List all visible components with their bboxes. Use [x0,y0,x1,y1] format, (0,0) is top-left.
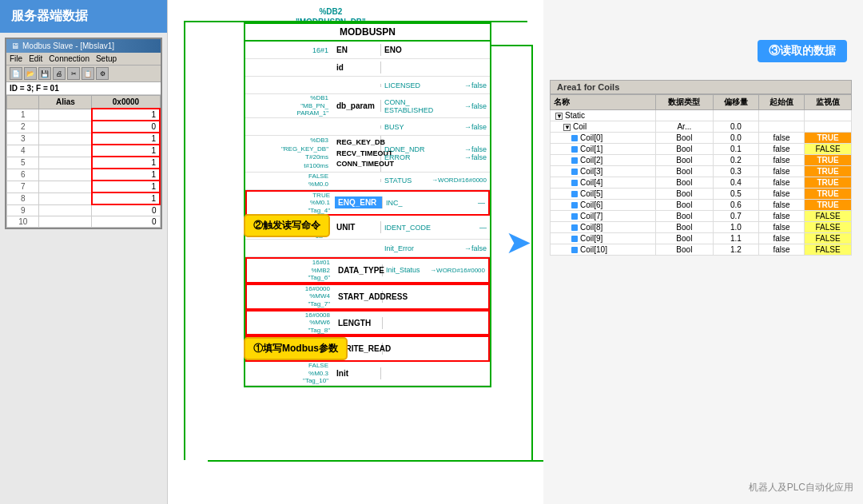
coil-row-init: false [758,200,804,211]
toolbar-settings-icon[interactable]: ⚙ [96,67,109,80]
coil-row-offset [713,110,758,121]
fn-row-datatype: 16#01%MB2"Tag_6" DATA_TYPE Init_Status →… [245,257,490,284]
fn-port-error: ERROR [384,153,411,161]
toolbar-print-icon[interactable]: 🖨 [53,67,66,80]
coil-name-text: Static [565,111,585,120]
row-dot-icon [571,169,578,175]
slave-row-num: 4 [7,145,39,157]
fn-port-id: id [333,62,381,73]
coil-table-row: Coil[4]Bool0.4falseTRUE [551,177,852,189]
slave-table-row: 20 [7,121,161,133]
fn-port-status: STATUS [384,177,412,185]
slave-row-alias [39,181,92,192]
coil-name-text: Coil[9] [580,234,603,243]
coil-name-text: Coil[8] [580,223,603,232]
coil-row-offset: 1.0 [713,222,758,233]
slave-table-row: 41 [7,145,161,157]
coil-row-type: Bool [655,200,713,211]
coil-row-monitor: FALSE [805,222,852,233]
row-dot-icon [571,180,578,186]
read-data-label: ③读取的数据 [758,40,847,62]
slave-table-row: 100 [7,216,161,228]
coil-row-monitor: FALSE [805,233,852,244]
coil-row-init: false [758,211,804,222]
coil-row-type: Ar... [655,121,713,133]
toolbar-save-icon[interactable]: 💾 [38,67,51,80]
db-label-line1: %DB2 [296,6,366,17]
fn-left-enq: TRUE%M0.1"Tag_4" [247,192,335,215]
row-dot-icon [571,191,578,197]
coil-table-row: ▼CoilAr...0.0 [551,121,852,133]
expand-icon[interactable]: ▼ [563,124,571,131]
slave-row-num: 2 [7,121,39,133]
coil-name-text: Coil[0] [580,133,603,142]
coil-row-name: ▼Static [551,110,656,121]
coil-name-text: Coil[5] [580,189,603,198]
coil-row-offset: 0.0 [713,133,758,144]
menu-setup[interactable]: Setup [96,54,117,63]
callout-trigger: ②触发读写命令 [244,214,330,237]
coil-row-monitor: TRUE [805,166,852,177]
slave-row-alias [39,192,92,204]
menu-file[interactable]: File [10,54,22,63]
slave-title-bar: 🖥 Modbus Slave - [Mbslav1] [6,39,161,53]
fn-row-busy: BUSY →false [245,118,490,136]
slave-row-alias [39,216,92,228]
slave-row-num: 7 [7,181,39,192]
coil-row-type: Bool [655,189,713,200]
fn-row-enq: TRUE%M0.1"Tag_4" ENQ_ENR INC_ — [245,190,490,216]
coil-row-init [758,110,804,121]
row-dot-icon [571,236,578,242]
coil-name-text: Coil[4] [580,178,603,187]
row-dot-icon [571,213,578,220]
coil-table-row: Coil[10]Bool1.2falseFALSE [551,244,852,256]
fn-left-datatype: 16#01%MB2"Tag_6" [247,259,335,282]
coil-row-offset: 0.2 [713,155,758,166]
coil-row-init: false [758,133,804,144]
toolbar-open-icon[interactable]: 📂 [24,67,37,80]
fn-row-status: FALSE%M0.0 STATUS →WORD#16#0000 [245,173,490,190]
toolbar-copy-icon[interactable]: 📋 [82,67,94,80]
slave-title: Modbus Slave - [Mbslav1] [22,42,114,50]
slave-row-alias [39,145,92,157]
menu-edit[interactable]: Edit [29,54,42,63]
fn-licensed-val: →false [464,81,487,89]
slave-row-val: 1 [92,181,160,192]
coil-row-name: Coil[9] [551,233,656,244]
fn-left-init: FALSE%M0.3"Tag_10" [245,362,333,385]
fn-port-recv: REG_KEY_DBRECV_TIMEOUTCONN_TIMEOUT [333,136,381,172]
coil-table-row: Coil[8]Bool1.0falseFALSE [551,222,852,233]
coil-name-text: Coil [573,122,587,131]
toolbar-new-icon[interactable]: 📄 [10,67,22,80]
col-val: 0x0000 [92,96,160,109]
slave-row-val: 0 [92,216,160,228]
coil-row-name: Coil[0] [551,133,656,144]
slave-row-alias [39,121,92,133]
coil-row-type: Bool [655,211,713,222]
coil-row-offset: 0.6 [713,200,758,211]
slave-row-val: 0 [92,121,160,133]
fn-row-en: 16#1 EN ENO [245,42,490,59]
coil-row-type: Bool [655,222,713,233]
fn-port-licensed-spacer [333,84,381,87]
fn-port-length: LENGTH [335,317,383,329]
fn-port-ident: IDENT_CODE [384,224,431,232]
toolbar-cut-icon[interactable]: ✂ [67,67,80,80]
fn-row-length: 16#0008%MW6"Tag_8" LENGTH [245,310,490,336]
slave-window: 🖥 Modbus Slave - [Mbslav1] File Edit Con… [5,38,162,229]
slave-row-num: 3 [7,133,39,145]
fn-error-val: →false [464,153,487,161]
coil-row-init: false [758,222,804,233]
fn-status-val: →WORD#16#0000 [432,177,487,185]
menu-connection[interactable]: Connection [49,54,89,63]
coil-row-monitor: TRUE [805,133,852,144]
expand-icon[interactable]: ▼ [555,113,563,120]
panel-title: 服务器端数据 [0,0,167,33]
fn-port-initerr: Init_Error [384,244,414,252]
coil-row-monitor [805,121,852,133]
slave-row-alias [39,157,92,169]
col-offset: 偏移量 [713,95,758,110]
slave-row-num: 5 [7,157,39,169]
fn-block: MODBUSPN 16#1 EN ENO id LICENSED →false … [244,22,491,387]
row-dot-icon [571,146,578,153]
